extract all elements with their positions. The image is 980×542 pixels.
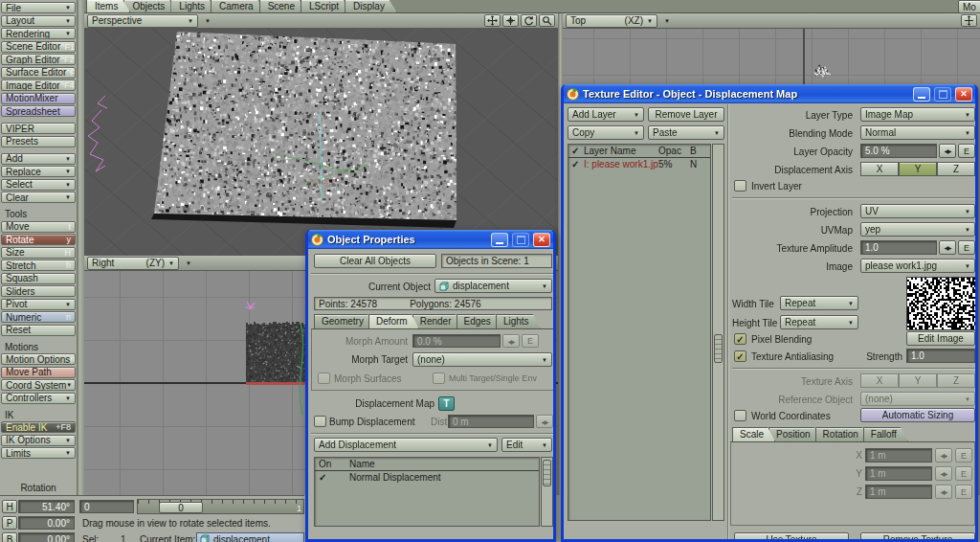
layer-enabled-check-icon[interactable]: ✓ (571, 159, 584, 169)
sidebar-item[interactable]: Pivot (1, 299, 76, 310)
automatic-sizing-button[interactable]: Automatic Sizing (860, 408, 975, 422)
layer-opacity-field[interactable]: 5.0 % (860, 144, 937, 158)
use-texture-button[interactable]: Use Texture (734, 532, 849, 542)
perspective-view-type-dropdown[interactable]: Perspective ▼ (87, 14, 198, 28)
blending-mode-dropdown[interactable]: Normal (860, 125, 975, 140)
axis-button[interactable]: Y (899, 162, 937, 176)
axis-button[interactable]: X (860, 162, 899, 176)
modeler-button[interactable]: Mo (958, 0, 980, 13)
minimize-button[interactable] (913, 87, 930, 102)
texture-amplitude-field[interactable]: 1.0 (860, 240, 937, 255)
properties-tab[interactable]: Lights (496, 314, 541, 328)
sidebar-item[interactable]: Add (1, 153, 76, 165)
paste-dropdown[interactable]: Paste (648, 125, 724, 140)
texture-tab[interactable]: Rotation (815, 427, 870, 441)
heading-value-field[interactable]: 51.40° (18, 500, 75, 513)
scale-value-field[interactable]: 1 m (865, 466, 932, 481)
properties-tab[interactable]: Edges (457, 314, 502, 328)
add-displacement-dropdown[interactable]: Add Displacement (314, 438, 498, 452)
texture-amplitude-stepper[interactable] (939, 240, 956, 255)
remove-layer-button[interactable]: Remove Layer (648, 107, 724, 122)
pitch-axis-button[interactable]: P (2, 516, 17, 530)
top-view-type-dropdown[interactable]: Top (XZ) ▼ (566, 14, 657, 28)
bank-axis-button[interactable]: B (2, 532, 17, 542)
menu-tab[interactable]: Camera (211, 0, 266, 12)
maximize-button[interactable] (512, 233, 529, 247)
sidebar-item[interactable]: Image Editor ^F4 (1, 79, 76, 91)
top-viewport[interactable] (563, 29, 980, 84)
scale-value-field[interactable]: 1 m (865, 448, 932, 463)
rotate-view-icon[interactable] (521, 14, 537, 27)
remove-texture-button[interactable]: Remove Texture (860, 532, 975, 542)
timeline-handle[interactable]: 0 (159, 502, 203, 513)
sidebar-item[interactable]: MotionMixer (1, 93, 76, 104)
copy-dropdown[interactable]: Copy (568, 125, 644, 140)
maximize-button[interactable] (934, 87, 951, 102)
timeline-slider[interactable]: 0 1 (137, 499, 304, 514)
world-coordinates-checkbox[interactable] (734, 410, 746, 421)
sidebar-item[interactable]: Coord System (1, 379, 76, 391)
axis-button[interactable]: Z (937, 162, 975, 176)
sidebar-item[interactable]: Limits (1, 447, 76, 459)
sidebar-item[interactable]: Numeric n (1, 311, 76, 323)
displacement-map-texture-button[interactable]: T (438, 396, 455, 411)
sidebar-item[interactable]: Stretch h (1, 260, 76, 271)
texture-antialiasing-checkbox[interactable] (734, 350, 746, 362)
sidebar-item[interactable]: Surface Editor ^F3 (1, 67, 76, 79)
layer-list-scrollbar[interactable] (712, 144, 724, 521)
sidebar-item[interactable]: Size H (1, 247, 76, 259)
layer-list[interactable]: ✓ Layer Name Opac B ✓ I: please work1.jp… (568, 144, 711, 521)
pan-view-icon[interactable] (961, 14, 977, 27)
close-button[interactable]: ✕ (533, 233, 550, 247)
close-button[interactable]: ✕ (955, 87, 972, 102)
sidebar-item[interactable]: Move Path (1, 367, 76, 378)
current-item-dropdown[interactable]: displacement (196, 532, 304, 542)
sidebar-item[interactable]: Motion Options m (1, 353, 76, 365)
bank-value-field[interactable]: 0.00° (18, 532, 75, 542)
pan-view-icon[interactable] (484, 14, 501, 27)
scrollbar-thumb[interactable] (714, 334, 723, 363)
menu-tab[interactable]: Display (345, 0, 397, 12)
enabled-check-icon[interactable]: ✓ (319, 472, 349, 483)
sidebar-item[interactable]: Graph Editor ^F2 (1, 54, 76, 65)
right-render-mode-dropdown[interactable]: ▼ (181, 257, 196, 270)
sidebar-item[interactable]: Move t (1, 221, 76, 233)
layer-opacity-stepper[interactable] (939, 144, 956, 158)
add-layer-dropdown[interactable]: Add Layer (568, 107, 644, 122)
edit-displacement-dropdown[interactable]: Edit (501, 438, 552, 452)
invert-layer-checkbox[interactable] (734, 180, 746, 192)
perspective-render-mode-dropdown[interactable]: ▼ (200, 14, 215, 28)
texture-tab[interactable]: Position (768, 427, 822, 441)
sidebar-item[interactable]: Reset (1, 325, 76, 336)
properties-tab[interactable]: Deform (368, 314, 419, 328)
sidebar-item[interactable]: Presets (1, 136, 76, 147)
zoom-view-icon[interactable] (539, 14, 555, 27)
sidebar-item[interactable]: Enable IK +F8 (1, 421, 76, 433)
morph-target-dropdown[interactable]: (none) (412, 352, 552, 367)
displacement-list[interactable]: On Name ✓ Normal Displacement (314, 457, 540, 527)
properties-tab[interactable]: Geometry (314, 314, 375, 328)
edit-image-button[interactable]: Edit Image (906, 331, 975, 346)
layer-list-row[interactable]: ✓ I: please work1.jpg 5% N (568, 158, 710, 170)
displacement-list-row[interactable]: ✓ Normal Displacement (315, 471, 539, 484)
clear-all-objects-button[interactable]: Clear All Objects (314, 254, 436, 268)
sidebar-item[interactable]: Spreadsheet (1, 105, 76, 117)
top-render-mode-dropdown[interactable]: ▼ (659, 14, 675, 28)
sidebar-item[interactable]: Sliders (1, 285, 76, 297)
texture-amplitude-envelope-button[interactable]: E (958, 240, 975, 255)
perspective-viewport[interactable] (84, 29, 558, 259)
bump-displacement-checkbox[interactable] (314, 416, 326, 427)
image-dropdown[interactable]: please work1.jpg (860, 259, 975, 273)
height-tile-dropdown[interactable]: Repeat (780, 315, 858, 329)
strength-field[interactable]: 1.0 (906, 349, 975, 363)
move-view-icon[interactable] (502, 14, 519, 27)
projection-dropdown[interactable]: UV (860, 204, 975, 218)
width-tile-dropdown[interactable]: Repeat (780, 296, 858, 310)
layer-opacity-envelope-button[interactable]: E (958, 144, 975, 158)
sidebar-item[interactable]: Clear (1, 192, 76, 203)
heading-axis-button[interactable]: H (2, 500, 17, 513)
properties-tab[interactable]: Render (412, 314, 463, 328)
sidebar-item[interactable]: VIPER (1, 123, 76, 134)
uvmap-dropdown[interactable]: yep (860, 222, 975, 237)
menu-tab[interactable]: Lights (170, 0, 217, 12)
